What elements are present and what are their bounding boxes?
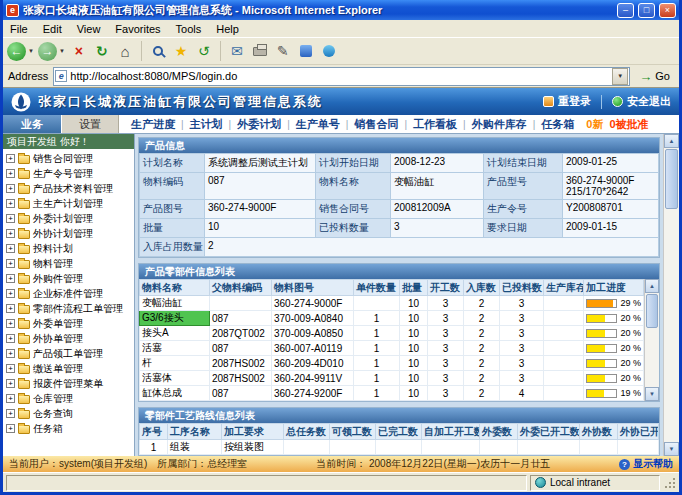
- tree-item-process-orders[interactable]: +零部件流程工单管理: [3, 301, 134, 316]
- resize-grip[interactable]: [663, 476, 676, 489]
- expander-icon[interactable]: +: [6, 304, 15, 313]
- tree-item-task-box[interactable]: +任务箱: [3, 421, 134, 436]
- expander-icon[interactable]: +: [6, 184, 15, 193]
- expander-icon[interactable]: +: [6, 379, 15, 388]
- show-help-link[interactable]: ? 显示帮助: [619, 457, 673, 471]
- table-row[interactable]: 接头A 2087QT002 370-009-A0850 1 10 3 2 3: [140, 326, 644, 341]
- table-row[interactable]: 杆 2087HS002 360-209-4D010 1 10 3 2 3: [140, 356, 644, 371]
- address-input[interactable]: [70, 69, 612, 84]
- tree-item-warehouse-query[interactable]: +仓务查询: [3, 406, 134, 421]
- history-icon[interactable]: ↺: [194, 41, 214, 61]
- discuss-icon[interactable]: [296, 41, 316, 61]
- expander-icon[interactable]: +: [6, 154, 15, 163]
- menu-help[interactable]: Help: [216, 23, 239, 35]
- tree-item-master-plan[interactable]: +主生产计划管理: [3, 196, 134, 211]
- menu-favorites[interactable]: Favorites: [115, 23, 160, 35]
- messenger-icon[interactable]: [319, 41, 339, 61]
- nav-production-order[interactable]: 生产单号: [290, 117, 346, 132]
- scroll-track[interactable]: [645, 293, 659, 387]
- scroll-thumb[interactable]: [665, 149, 678, 209]
- tree-item-tech-docs[interactable]: +产品技术资料管理: [3, 181, 134, 196]
- scroll-track[interactable]: [664, 148, 679, 442]
- expander-icon[interactable]: +: [6, 349, 15, 358]
- nav-outsource-plan[interactable]: 外委计划: [231, 117, 287, 132]
- favorites-icon[interactable]: ★: [171, 41, 191, 61]
- nav-work-board[interactable]: 工作看板: [407, 117, 463, 132]
- go-button[interactable]: → Go: [635, 69, 674, 84]
- table-row[interactable]: 缸体总成 087 360-274-9200F 1 10 3 2 4 19: [140, 386, 644, 401]
- nav-purchased-stock[interactable]: 外购件库存: [466, 117, 533, 132]
- maximize-button[interactable]: □: [638, 3, 655, 18]
- scroll-down-icon[interactable]: ▼: [664, 442, 679, 456]
- col-claimable[interactable]: 可领工数: [330, 424, 376, 440]
- col-fed[interactable]: 已投料数: [500, 280, 544, 296]
- col-prod-stock[interactable]: 生产库存: [544, 280, 584, 296]
- badge-approved-count[interactable]: 0被批准: [609, 117, 648, 132]
- print-icon[interactable]: [250, 41, 270, 61]
- minimize-button[interactable]: –: [617, 3, 634, 18]
- tree-item-purchased[interactable]: +外购件管理: [3, 271, 134, 286]
- col-batch[interactable]: 批量: [400, 280, 428, 296]
- expander-icon[interactable]: +: [6, 364, 15, 373]
- col-material-name[interactable]: 物料名称: [140, 280, 210, 296]
- tree-item-warehouse[interactable]: +仓库管理: [3, 391, 134, 406]
- edit-icon[interactable]: ✎: [273, 41, 293, 61]
- nav-sales-contract[interactable]: 销售合同: [348, 117, 404, 132]
- col-process-name[interactable]: 工序名称: [168, 424, 222, 440]
- table-row[interactable]: 活塞体 2087HS002 360-204-9911V 1 10 3 2 3: [140, 371, 644, 386]
- back-icon[interactable]: ←: [7, 42, 26, 61]
- expander-icon[interactable]: +: [6, 244, 15, 253]
- expander-icon[interactable]: +: [6, 334, 15, 343]
- close-button[interactable]: ×: [659, 3, 676, 18]
- tree-item-outsource-plan[interactable]: +外委计划管理: [3, 211, 134, 226]
- col-unit-qty[interactable]: 单件数量: [354, 280, 400, 296]
- expander-icon[interactable]: +: [6, 409, 15, 418]
- tree-item-outsource-orders[interactable]: +外委单管理: [3, 316, 134, 331]
- col-drawing-no[interactable]: 物料图号: [272, 280, 354, 296]
- expander-icon[interactable]: +: [6, 274, 15, 283]
- tree-item-order-number[interactable]: +生产令号管理: [3, 166, 134, 181]
- scroll-up-icon[interactable]: ▲: [645, 279, 659, 293]
- tree-item-sales-contract[interactable]: +销售合同管理: [3, 151, 134, 166]
- col-progress[interactable]: 加工进度: [584, 280, 644, 296]
- scroll-up-icon[interactable]: ▲: [664, 134, 679, 148]
- nav-task-box[interactable]: 任务箱: [535, 117, 580, 132]
- expander-icon[interactable]: +: [6, 169, 15, 178]
- table-row[interactable]: 变幅油缸 360-274-9000F 10 3 2 3 29 %: [140, 296, 644, 311]
- nav-production-progress[interactable]: 生产进度: [125, 117, 181, 132]
- scroll-down-icon[interactable]: ▼: [645, 387, 659, 401]
- col-outsource-started[interactable]: 外委已开工数: [518, 424, 580, 440]
- tab-business[interactable]: 业务: [3, 115, 61, 133]
- tree-item-material[interactable]: +物料管理: [3, 256, 134, 271]
- col-finished[interactable]: 已完工数: [376, 424, 422, 440]
- table-row[interactable]: 1 组装 按组装图: [140, 440, 659, 455]
- expander-icon[interactable]: +: [6, 229, 15, 238]
- menu-file[interactable]: File: [10, 23, 28, 35]
- tree-item-delivery-orders[interactable]: +缴送单管理: [3, 361, 134, 376]
- mail-icon[interactable]: ✉: [227, 41, 247, 61]
- menu-tools[interactable]: Tools: [176, 23, 202, 35]
- col-in-stock[interactable]: 入库数: [464, 280, 500, 296]
- title-bar[interactable]: e 张家口长城液压油缸有限公司管理信息系统 - Microsoft Intern…: [3, 0, 679, 20]
- tree-item-product-work-orders[interactable]: +产品领工单管理: [3, 346, 134, 361]
- nav-master-plan[interactable]: 主计划: [184, 117, 229, 132]
- tree-item-standard-parts[interactable]: +企业标准件管理: [3, 286, 134, 301]
- stop-icon[interactable]: ×: [69, 41, 89, 61]
- menu-edit[interactable]: Edit: [43, 23, 62, 35]
- back-dropdown-icon[interactable]: ▼: [28, 48, 34, 54]
- expander-icon[interactable]: +: [6, 394, 15, 403]
- expander-icon[interactable]: +: [6, 199, 15, 208]
- search-icon[interactable]: [148, 41, 168, 61]
- logout-button[interactable]: 安全退出: [612, 94, 671, 109]
- table-row[interactable]: G3/6接头 087 370-009-A0840 1 10 3 2 3 2: [140, 311, 644, 326]
- col-parent-code[interactable]: 父物料编码: [210, 280, 272, 296]
- content-scrollbar[interactable]: ▲ ▼: [663, 134, 679, 456]
- forward-dropdown-icon[interactable]: ▼: [59, 48, 65, 54]
- col-outsource[interactable]: 外委数: [480, 424, 518, 440]
- col-coop-started[interactable]: 外协已开工数: [618, 424, 659, 440]
- tree-item-feeding-plan[interactable]: +投料计划: [3, 241, 134, 256]
- expander-icon[interactable]: +: [6, 319, 15, 328]
- expander-icon[interactable]: +: [6, 259, 15, 268]
- parts-table-scrollbar[interactable]: ▲ ▼: [644, 279, 659, 401]
- expander-icon[interactable]: +: [6, 424, 15, 433]
